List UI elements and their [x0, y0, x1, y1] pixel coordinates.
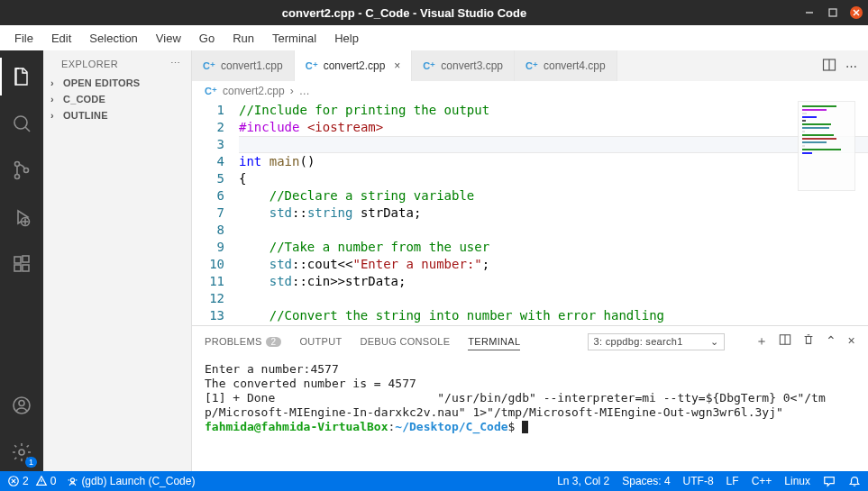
terminal-selector-label: 3: cppdbg: search1 — [594, 336, 683, 347]
menu-edit[interactable]: Edit — [44, 29, 78, 48]
activity-extensions[interactable] — [0, 245, 43, 283]
panel-tabs: PROBLEMS2 OUTPUT DEBUG CONSOLE TERMINAL … — [192, 326, 868, 357]
chevron-down-icon: ⌄ — [710, 336, 718, 348]
svg-point-4 — [14, 116, 27, 129]
code-editor[interactable]: 1234567891011121314 //Include for printi… — [192, 101, 868, 325]
line-gutter: 1234567891011121314 — [192, 101, 239, 325]
window-controls — [803, 6, 863, 19]
cpp-icon: C⁺ — [306, 60, 318, 72]
activity-settings[interactable]: 1 — [0, 433, 43, 471]
svg-point-19 — [19, 450, 24, 455]
status-eol[interactable]: LF — [726, 475, 739, 487]
panel: PROBLEMS2 OUTPUT DEBUG CONSOLE TERMINAL … — [192, 325, 868, 471]
new-terminal-icon[interactable]: ＋ — [755, 333, 768, 350]
open-editors-label: OPEN EDITORS — [63, 77, 140, 88]
svg-rect-13 — [14, 257, 21, 263]
activity-debug[interactable] — [0, 198, 43, 236]
svg-line-5 — [25, 127, 30, 132]
menu-help[interactable]: Help — [327, 29, 366, 48]
svg-rect-1 — [829, 9, 836, 16]
split-editor-icon[interactable] — [822, 58, 836, 75]
breadcrumb-file: convert2.cpp — [223, 85, 285, 97]
activity-explorer[interactable] — [0, 58, 43, 95]
minimize-button[interactable] — [803, 6, 816, 19]
launch-label: (gdb) Launch (C_Code) — [81, 475, 195, 487]
tab-label: convert2.cpp — [324, 59, 386, 72]
tabbar: C⁺convert1.cpp C⁺convert2.cpp× C⁺convert… — [192, 50, 868, 81]
tree-folder[interactable]: ›C_CODE — [43, 91, 191, 107]
problems-label: PROBLEMS — [205, 336, 262, 347]
svg-point-6 — [15, 162, 20, 167]
trash-icon[interactable] — [802, 333, 815, 350]
breadcrumb-more: … — [299, 85, 310, 97]
cpp-icon: C⁺ — [205, 86, 217, 97]
menu-go[interactable]: Go — [192, 29, 222, 48]
maximize-button[interactable] — [827, 6, 839, 19]
window-title: convert2.cpp - C_Code - Visual Studio Co… — [5, 6, 803, 20]
menu-selection[interactable]: Selection — [82, 29, 144, 48]
sidebar: EXPLORER ⋯ ›OPEN EDITORS ›C_CODE ›OUTLIN… — [43, 50, 192, 471]
cpp-icon: C⁺ — [203, 60, 215, 72]
tree-outline[interactable]: ›OUTLINE — [43, 107, 191, 123]
tab-convert3[interactable]: C⁺convert3.cpp — [412, 50, 515, 81]
tab-label: convert4.cpp — [544, 59, 606, 72]
cpp-icon: C⁺ — [525, 60, 538, 72]
status-lang[interactable]: C++ — [752, 475, 772, 487]
svg-rect-14 — [14, 265, 21, 271]
terminal-selector[interactable]: 3: cppdbg: search1⌄ — [588, 333, 725, 350]
outline-label: OUTLINE — [63, 110, 108, 121]
status-errors[interactable]: 2 0 — [7, 475, 56, 487]
tree-open-editors[interactable]: ›OPEN EDITORS — [43, 75, 191, 91]
close-button[interactable] — [850, 6, 863, 19]
status-ln-col[interactable]: Ln 3, Col 2 — [557, 475, 609, 487]
menu-run[interactable]: Run — [225, 29, 261, 48]
code-lines[interactable]: //Include for printing the output#includ… — [239, 101, 868, 325]
status-os[interactable]: Linux — [784, 475, 810, 487]
activity-search[interactable] — [0, 105, 43, 142]
problems-count: 2 — [266, 337, 282, 347]
tab-label: convert3.cpp — [441, 59, 503, 72]
chevron-right-icon: › — [290, 85, 294, 97]
close-icon[interactable]: × — [394, 59, 400, 72]
tab-convert1[interactable]: C⁺convert1.cpp — [192, 50, 295, 81]
menu-terminal[interactable]: Terminal — [265, 29, 324, 48]
svg-rect-16 — [23, 256, 29, 262]
bell-icon[interactable] — [848, 475, 861, 487]
activity-account[interactable] — [0, 386, 43, 424]
svg-point-29 — [71, 477, 75, 481]
statusbar: 2 0 (gdb) Launch (C_Code) Ln 3, Col 2 Sp… — [0, 471, 868, 491]
errors-count: 2 — [23, 475, 29, 487]
status-launch[interactable]: (gdb) Launch (C_Code) — [67, 475, 195, 487]
sidebar-title: EXPLORER — [61, 59, 118, 69]
panel-tab-terminal[interactable]: TERMINAL — [468, 333, 520, 350]
feedback-icon[interactable] — [823, 475, 836, 487]
activitybar: 1 — [0, 50, 43, 471]
status-spaces[interactable]: Spaces: 4 — [622, 475, 670, 487]
editor-more-icon[interactable]: ⋯ — [845, 59, 857, 73]
chevron-up-icon[interactable]: ⌃ — [826, 333, 836, 350]
tab-convert2[interactable]: C⁺convert2.cpp× — [295, 50, 413, 81]
cpp-icon: C⁺ — [423, 60, 435, 72]
minimap[interactable] — [798, 101, 855, 191]
panel-tab-problems[interactable]: PROBLEMS2 — [205, 333, 281, 350]
status-encoding[interactable]: UTF-8 — [683, 475, 714, 487]
menu-file[interactable]: File — [7, 29, 41, 48]
sidebar-more-icon[interactable]: ⋯ — [170, 58, 180, 69]
activity-scm[interactable] — [0, 151, 43, 189]
menubar: File Edit Selection View Go Run Terminal… — [0, 25, 868, 50]
breadcrumb[interactable]: C⁺ convert2.cpp › … — [192, 81, 868, 101]
settings-badge: 1 — [25, 457, 37, 468]
folder-label: C_CODE — [63, 94, 105, 105]
tab-label: convert1.cpp — [221, 59, 283, 72]
close-panel-icon[interactable]: × — [848, 333, 855, 350]
panel-tab-debug[interactable]: DEBUG CONSOLE — [360, 333, 450, 350]
warnings-count: 0 — [50, 475, 57, 487]
panel-tab-output[interactable]: OUTPUT — [299, 333, 342, 350]
editor-area: C⁺convert1.cpp C⁺convert2.cpp× C⁺convert… — [192, 50, 868, 471]
tab-convert4[interactable]: C⁺convert4.cpp — [515, 50, 617, 81]
svg-point-18 — [19, 401, 24, 406]
terminal[interactable]: Enter a number:4577The converted number … — [192, 357, 868, 471]
split-terminal-icon[interactable] — [779, 333, 791, 350]
svg-rect-15 — [23, 265, 29, 271]
menu-view[interactable]: View — [149, 29, 188, 48]
